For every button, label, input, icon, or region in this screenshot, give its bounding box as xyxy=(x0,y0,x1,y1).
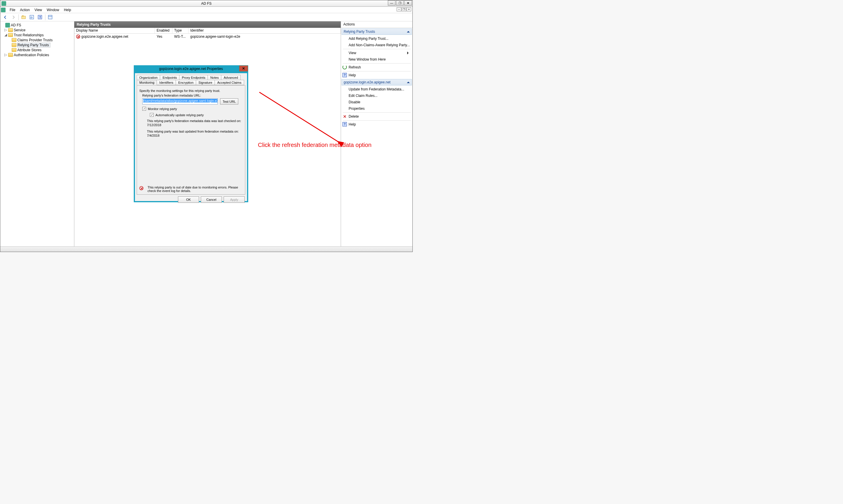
tab-advanced[interactable]: Advanced xyxy=(221,75,240,80)
tab-encryption[interactable]: Encryption xyxy=(176,80,196,85)
action-help[interactable]: ?Help xyxy=(341,72,412,78)
action-new-window[interactable]: New Window from Here xyxy=(341,56,412,62)
last-checked-date: 7/12/2018 xyxy=(147,123,243,127)
last-checked-label: This relying party's federation metadata… xyxy=(147,119,243,123)
svg-rect-6 xyxy=(48,15,52,19)
svg-text:?: ? xyxy=(39,16,41,19)
refresh-button[interactable]: ⟳ xyxy=(29,14,35,20)
cell-name: gopizone.login.e2e.apigee.net xyxy=(82,35,157,39)
ok-button[interactable]: OK xyxy=(178,196,199,203)
menu-bar: File Action View Window Help – ❐ × xyxy=(0,7,412,13)
forward-button[interactable] xyxy=(10,14,17,20)
federation-metadata-url-input[interactable]: t/saml/metadata/alias/gopizone.apigee-sa… xyxy=(142,98,218,105)
action-add-relying-party-trust[interactable]: Add Relying Party Trust... xyxy=(341,35,412,42)
error-icon xyxy=(139,186,143,190)
actions-section-selected-item[interactable]: gopizone.login.e2e.apigee.net xyxy=(342,79,412,86)
action-view[interactable]: View xyxy=(341,50,412,56)
folder-icon xyxy=(8,33,13,37)
properties-dialog: gopizone.login.e2e.apigee.net Properties… xyxy=(134,65,248,202)
actions-title: Actions xyxy=(341,21,412,28)
last-updated-label: This relying party was last updated from… xyxy=(147,130,243,133)
action-add-non-claims-aware[interactable]: Add Non-Claims-Aware Relying Party... xyxy=(341,42,412,48)
grid-header: Display Name Enabled Type Identifier xyxy=(74,28,341,34)
tree-node-claims-provider-trusts[interactable]: Claims Provider Trusts xyxy=(1,37,73,42)
menu-help[interactable]: Help xyxy=(61,7,73,13)
checkmark-icon: ✓ xyxy=(150,113,154,117)
dialog-close-button[interactable]: ✕ xyxy=(239,66,248,71)
tree-node-service[interactable]: ▷Service xyxy=(1,28,73,33)
menu-file[interactable]: File xyxy=(7,7,18,13)
cancel-button[interactable]: Cancel xyxy=(201,196,222,203)
svg-text:⟳: ⟳ xyxy=(31,16,33,19)
col-type[interactable]: Type xyxy=(173,28,189,33)
test-url-button[interactable]: Test URL xyxy=(220,98,238,105)
toolbar: ⟳ ? xyxy=(0,13,412,21)
annotation-arrow xyxy=(255,88,348,149)
tab-organization[interactable]: Organization xyxy=(137,75,160,80)
folder-icon xyxy=(12,38,16,42)
view-button[interactable] xyxy=(47,14,54,20)
monitor-relying-party-checkbox[interactable]: ✓Monitor relying party xyxy=(142,107,243,111)
menu-action[interactable]: Action xyxy=(18,7,32,13)
tree-pane: AD FS ▷Service ◢Trust Relationships Clai… xyxy=(0,21,74,247)
actions-pane: Actions Relying Party Trusts Add Relying… xyxy=(341,21,412,247)
action-help-2[interactable]: ?Help xyxy=(341,121,412,128)
back-button[interactable] xyxy=(2,14,8,20)
url-label: Relying party's federation metadata URL: xyxy=(142,94,243,97)
menu-window[interactable]: Window xyxy=(44,7,62,13)
action-properties[interactable]: Properties xyxy=(341,105,412,112)
tab-notes[interactable]: Notes xyxy=(208,75,221,80)
list-header: Relying Party Trusts xyxy=(74,21,341,28)
folder-icon xyxy=(12,48,16,52)
tab-monitoring[interactable]: Monitoring xyxy=(137,80,157,85)
folder-icon xyxy=(8,28,13,32)
action-refresh[interactable]: Refresh xyxy=(341,64,412,71)
action-edit-claim-rules[interactable]: Edit Claim Rules... xyxy=(341,92,412,99)
child-minimize-button[interactable]: – xyxy=(397,7,401,12)
mmc-icon xyxy=(1,7,5,12)
apply-button[interactable]: Apply xyxy=(223,196,245,203)
tab-identifiers[interactable]: Identifiers xyxy=(157,80,176,85)
dialog-title: gopizone.login.e2e.apigee.net Properties xyxy=(159,67,223,71)
col-display-name[interactable]: Display Name xyxy=(74,28,155,33)
tree-node-attribute-stores[interactable]: Attribute Stores xyxy=(1,48,73,52)
tree-root-adfs[interactable]: AD FS xyxy=(1,22,73,28)
maximize-button[interactable]: ❐ xyxy=(396,0,403,5)
close-button[interactable]: ✕ xyxy=(404,0,412,5)
tree-node-trust-relationships[interactable]: ◢Trust Relationships xyxy=(1,33,73,37)
actions-section-relying-party-trusts[interactable]: Relying Party Trusts xyxy=(342,29,412,35)
folder-icon xyxy=(12,43,16,47)
cell-enabled: Yes xyxy=(157,35,174,39)
cell-identifier: gopizone.apigee-saml-login-e2e xyxy=(190,35,339,39)
checkmark-icon: ✓ xyxy=(142,107,146,111)
child-close-button[interactable]: × xyxy=(407,7,411,12)
warning-text: This relying party is out of date due to… xyxy=(147,185,243,193)
auto-update-checkbox[interactable]: ✓Automatically update relying party xyxy=(150,113,243,117)
tab-proxy-endpoints[interactable]: Proxy Endpoints xyxy=(179,75,208,80)
error-icon xyxy=(76,35,80,39)
tab-strip: Organization Endpoints Proxy Endpoints N… xyxy=(137,75,245,85)
last-updated-date: 7/4/2018 xyxy=(147,134,243,137)
browse-button[interactable] xyxy=(20,14,27,20)
tree-node-relying-party-trusts[interactable]: Relying Party Trusts xyxy=(1,42,73,48)
tab-signature[interactable]: Signature xyxy=(196,80,215,85)
status-bar xyxy=(0,247,412,252)
app-icon xyxy=(1,1,6,6)
child-restore-button[interactable]: ❐ xyxy=(401,7,406,12)
tab-accepted-claims[interactable]: Accepted Claims xyxy=(215,80,244,85)
refresh-icon xyxy=(342,65,347,69)
table-row[interactable]: gopizone.login.e2e.apigee.net Yes WS-T..… xyxy=(74,34,341,39)
tab-endpoints[interactable]: Endpoints xyxy=(160,75,179,80)
window-title: AD FS xyxy=(201,1,211,5)
action-update-federation-metadata[interactable]: Update from Federation Metadata... xyxy=(341,86,412,92)
help-button[interactable]: ? xyxy=(37,14,43,20)
tree-node-authentication-policies[interactable]: ▷Authentication Policies xyxy=(1,52,73,57)
action-disable[interactable]: Disable xyxy=(341,99,412,105)
col-enabled[interactable]: Enabled xyxy=(155,28,173,33)
cell-type: WS-T... xyxy=(174,35,190,39)
action-delete[interactable]: ✕Delete xyxy=(341,113,412,120)
minimize-button[interactable]: — xyxy=(388,0,395,5)
menu-view[interactable]: View xyxy=(32,7,44,13)
dialog-title-bar[interactable]: gopizone.login.e2e.apigee.net Properties… xyxy=(134,66,248,73)
col-identifier[interactable]: Identifier xyxy=(189,28,341,33)
